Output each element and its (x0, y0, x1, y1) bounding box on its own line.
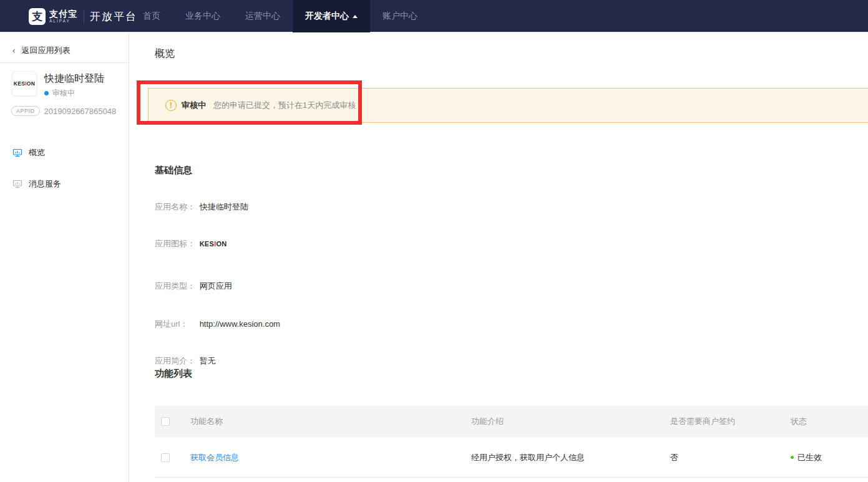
caret-up-icon (353, 15, 358, 18)
table-row: 获取会员信息 经用户授权，获取用户个人信息 否 已生效 (155, 438, 868, 478)
feature-table-header: 功能名称 功能介绍 是否需要商户签约 状态 (155, 405, 868, 438)
field-label: 应用名称： (155, 201, 195, 213)
field-app-desc: 应用简介： 暂无 (155, 355, 216, 367)
field-value: http://www.kesion.com (200, 319, 280, 329)
app-logo: KESION (12, 71, 37, 96)
alipay-logo-icon: 支 (29, 8, 46, 25)
field-label: 应用类型： (155, 281, 195, 292)
app-status: 审核中 (44, 88, 129, 99)
field-site-url: 网址url： http://www.kesion.com (155, 319, 280, 330)
kesion-logo-text: KESION (14, 80, 35, 87)
app-name: 快捷临时登陆 (44, 71, 129, 85)
app-card: KESION 快捷临时登陆 审核中 (0, 63, 129, 99)
field-label: 网址url： (155, 319, 195, 330)
monitor-chart-icon (12, 148, 22, 158)
alert-message: 您的申请已提交，预计在1天内完成审核 (213, 100, 356, 111)
feature-link[interactable]: 获取会员信息 (190, 453, 239, 462)
feature-sign-required: 否 (670, 452, 678, 463)
alipay-logo-text: 支付宝 ALIPAY (49, 9, 77, 24)
nav-menu: 首页 业务中心 运营中心 开发者中心 账户中心 (130, 0, 430, 32)
column-header-status: 状态 (791, 416, 807, 427)
top-navbar: 支 支付宝 ALIPAY 开放平台 首页 业务中心 运营中心 开发者中心 (0, 0, 868, 32)
nav-item-home[interactable]: 首页 (130, 0, 173, 32)
field-label: 应用图标： (155, 238, 195, 249)
appid-badge: APPID (11, 106, 40, 116)
field-value: 暂无 (200, 356, 216, 365)
sidebar-item-label: 概览 (29, 147, 45, 158)
feature-desc: 经用户授权，获取用户个人信息 (471, 452, 585, 463)
page-title: 概览 (155, 47, 175, 60)
page: 支 支付宝 ALIPAY 开放平台 首页 业务中心 运营中心 开发者中心 (0, 0, 868, 482)
field-app-name: 应用名称： 快捷临时登陆 (155, 201, 248, 213)
sidebar-menu: 概览 消息服务 (0, 141, 129, 196)
app-status-label: 审核中 (52, 88, 75, 99)
field-app-icon: 应用图标： KESION (155, 238, 227, 249)
nav-item-operation-center[interactable]: 运营中心 (233, 0, 293, 32)
basic-info-title: 基础信息 (155, 165, 192, 176)
nav-item-developer-center[interactable]: 开发者中心 (293, 0, 370, 32)
warning-circle-icon: ! (165, 100, 177, 111)
field-label: 应用简介： (155, 355, 195, 367)
column-header-name: 功能名称 (190, 416, 223, 427)
select-all-checkbox[interactable] (161, 417, 170, 426)
feature-table: 功能名称 功能介绍 是否需要商户签约 状态 获取会员信息 经用户授权，获取用户个… (155, 405, 868, 478)
feature-status: 已生效 (791, 452, 822, 463)
field-value: 网页应用 (200, 281, 232, 291)
sidebar-item-label: 消息服务 (29, 178, 61, 190)
feature-status-label: 已生效 (797, 452, 822, 463)
field-value: 快捷临时登陆 (200, 202, 248, 211)
alert-status-label: 审核中 (182, 100, 206, 111)
row-checkbox[interactable] (161, 453, 170, 462)
field-app-type: 应用类型： 网页应用 (155, 281, 232, 292)
appid-row: APPID 2019092667865048 (0, 99, 129, 116)
main-content: 概览 ! 审核中 您的申请已提交，预计在1天内完成审核 基础信息 应用名称： 快… (129, 32, 868, 482)
column-header-desc: 功能介绍 (471, 416, 504, 427)
monitor-chart-icon (12, 179, 22, 189)
back-link-label: 返回应用列表 (21, 45, 70, 56)
sidebar: ‹ 返回应用列表 KESION 快捷临时登陆 审核中 APPID 2019092… (0, 32, 129, 482)
logo-divider (84, 9, 84, 23)
app-icon-image: KESION (200, 240, 227, 248)
status-dot-green (791, 456, 794, 459)
chevron-left-icon: ‹ (11, 46, 16, 55)
review-status-alert: ! 审核中 您的申请已提交，预计在1天内完成审核 (148, 88, 868, 123)
sidebar-item-message-service[interactable]: 消息服务 (0, 172, 129, 196)
back-to-app-list-link[interactable]: ‹ 返回应用列表 (0, 32, 129, 57)
appid-value: 2019092667865048 (44, 107, 117, 116)
sidebar-item-overview[interactable]: 概览 (0, 141, 129, 165)
nav-item-business-center[interactable]: 业务中心 (173, 0, 233, 32)
nav-item-account-center[interactable]: 账户中心 (370, 0, 430, 32)
feature-list-title: 功能列表 (155, 368, 192, 380)
status-dot-blue (44, 91, 49, 95)
alipay-logo[interactable]: 支 支付宝 ALIPAY 开放平台 (29, 0, 137, 32)
column-header-sign: 是否需要商户签约 (670, 416, 735, 427)
